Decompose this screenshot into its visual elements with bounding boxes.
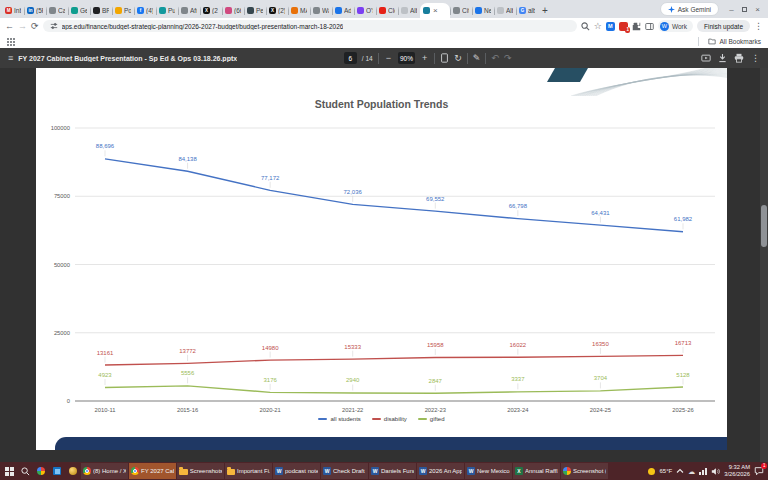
browser-tab[interactable]: O'S (354, 3, 376, 18)
browser-tab[interactable]: Wa (310, 3, 332, 18)
pinned-app-gold[interactable] (65, 462, 81, 480)
browser-tab[interactable]: Cit (450, 3, 472, 18)
pinned-app-photos[interactable] (33, 462, 49, 480)
taskbar-button[interactable]: FY 2027 Cabi... (129, 463, 176, 479)
browser-tab[interactable]: Alb (398, 3, 420, 18)
browser-tab[interactable]: MInb (2, 3, 24, 18)
active-tab[interactable]: × (420, 3, 450, 18)
rotate-icon[interactable]: ↻ (454, 54, 462, 63)
browser-tab[interactable]: Galb (516, 3, 538, 18)
all-bookmarks-button[interactable]: All Bookmarks (698, 37, 761, 46)
taskbar-button[interactable]: (8) Home / X... (81, 463, 128, 479)
word-icon: W (323, 467, 331, 475)
browser-tab[interactable]: Pe (244, 3, 266, 18)
data-label: 16350 (592, 341, 609, 347)
print-icon[interactable] (734, 53, 744, 63)
download-icon[interactable] (718, 53, 727, 63)
action-center-button[interactable]: 1 (754, 466, 764, 476)
word-icon: W (467, 467, 475, 475)
pdf-menu-icon[interactable]: ≡ (8, 54, 13, 63)
weather-temperature[interactable]: 65°F (659, 468, 672, 474)
zoom-in-button[interactable]: + (420, 53, 429, 63)
y-tick-label: 100000 (51, 125, 70, 131)
tab-favicon (49, 7, 56, 14)
line-chart: 02500050000750001000002010-112015-162020… (36, 68, 727, 418)
maximize-button[interactable] (738, 3, 751, 16)
tab-label: Clo (388, 7, 395, 14)
browser-tab[interactable]: Ne (472, 3, 494, 18)
forward-button[interactable]: → (18, 22, 27, 31)
annotate-pen-icon[interactable]: ✎ (473, 54, 481, 63)
tray-chevron-up-icon[interactable] (676, 468, 684, 474)
browser-tab[interactable]: Ad (332, 3, 354, 18)
minimize-button[interactable]: – (725, 3, 738, 16)
data-label: 69,552 (426, 196, 445, 202)
extension-red-icon[interactable]: 1 (619, 22, 628, 31)
back-button[interactable]: ← (5, 22, 14, 31)
photos-icon (37, 467, 45, 475)
zoom-out-button[interactable]: − (384, 53, 393, 63)
taskbar-button[interactable]: WNew Mexico ... (465, 463, 512, 479)
tab-close-icon[interactable]: × (433, 7, 438, 15)
browser-tab[interactable]: Ge (68, 3, 90, 18)
weather-icon[interactable] (648, 468, 655, 475)
browser-tab[interactable]: Po (112, 3, 134, 18)
browser-tab[interactable]: MA (288, 3, 310, 18)
taskbar-search-button[interactable] (17, 462, 33, 480)
side-panel-icon[interactable] (645, 22, 654, 31)
profile-chip[interactable]: W Work (658, 20, 693, 32)
taskbar-button[interactable]: Important Fi... (225, 463, 272, 479)
extensions-puzzle-icon[interactable] (632, 22, 641, 31)
close-button[interactable]: × (751, 3, 764, 16)
browser-tab[interactable]: X(2) (266, 3, 288, 18)
pdf-scrollbar[interactable] (760, 68, 768, 462)
page-number-input[interactable]: 6 (344, 52, 357, 64)
divider (467, 53, 468, 64)
network-icon[interactable] (699, 467, 707, 475)
undo-icon[interactable]: ↶ (491, 54, 499, 63)
pdf-more-icon[interactable]: ⋮ (751, 54, 760, 63)
series-all-students: 88,69684,13877,17272,03669,55266,79864,4… (96, 143, 693, 231)
browser-tab[interactable]: Clo (376, 3, 398, 18)
address-bar[interactable]: aps.edu/finance/budget-strategic-plannin… (43, 20, 577, 32)
browser-tab[interactable]: Cal (46, 3, 68, 18)
start-button[interactable] (1, 462, 17, 480)
new-tab-button[interactable]: + (542, 6, 548, 16)
redo-icon[interactable]: ↷ (504, 54, 512, 63)
taskbar-button[interactable]: XAnnual Raffl... (513, 463, 560, 479)
taskbar-button[interactable]: W2026 An Appr... (417, 463, 464, 479)
extension-m-icon[interactable]: M (606, 22, 615, 31)
onedrive-cloud-icon[interactable]: ☁ (688, 468, 695, 475)
taskbar-button[interactable]: WDaniels Fund... (369, 463, 416, 479)
ask-gemini-button[interactable]: Ask Gemini (660, 2, 719, 16)
volume-icon[interactable] (711, 467, 720, 476)
browser-tab[interactable]: Afr (178, 3, 200, 18)
legend-label: disability (384, 416, 407, 422)
zoom-level-input[interactable]: 90% (398, 52, 415, 64)
bookmark-star-icon[interactable]: ☆ (594, 22, 602, 31)
browser-tab[interactable]: BR (90, 3, 112, 18)
taskbar-button[interactable]: Screenshots (177, 463, 224, 479)
pinned-app-store[interactable] (49, 462, 65, 480)
pdf-scrollbar-thumb[interactable] (761, 205, 767, 247)
finish-update-button[interactable]: Finish update (697, 20, 750, 32)
clock[interactable]: 9:32 AM 3/26/2026 (724, 464, 750, 477)
browser-menu-button[interactable]: ⋮ (754, 22, 763, 31)
tab-favicon (401, 7, 408, 14)
browser-tab[interactable]: (66 (222, 3, 244, 18)
taskbar-button[interactable]: Wpodcast note... (273, 463, 320, 479)
taskbar-button[interactable]: Screenshot (... (561, 463, 608, 479)
fit-page-icon[interactable] (440, 53, 449, 63)
taskbar-button[interactable]: WCheck Draft T... (321, 463, 368, 479)
browser-tab[interactable]: Alb (494, 3, 516, 18)
zoom-page-icon[interactable] (581, 22, 590, 31)
reload-button[interactable]: ⟳ (31, 22, 39, 31)
present-icon[interactable] (701, 54, 711, 63)
browser-tab[interactable]: in(5R (24, 3, 46, 18)
browser-tab[interactable]: f(4) (134, 3, 156, 18)
pdf-content-area[interactable]: Student Population Trends 02500050000750… (0, 68, 768, 462)
apps-grid-icon[interactable] (7, 38, 9, 40)
browser-tab[interactable]: Pu (156, 3, 178, 18)
site-settings-icon[interactable] (50, 22, 58, 30)
browser-tab[interactable]: X(2 (200, 3, 222, 18)
